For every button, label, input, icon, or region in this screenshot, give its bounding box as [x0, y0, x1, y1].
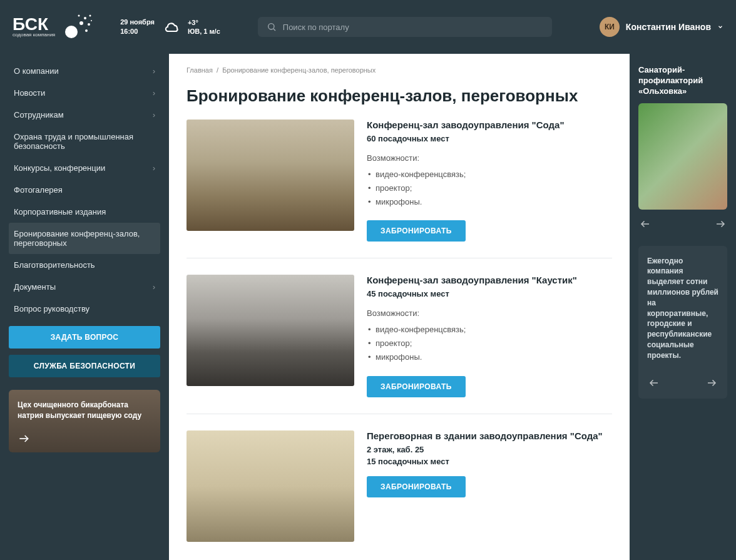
room-feature: видео-конференцсвязь; — [367, 168, 565, 181]
promo-text: Цех очищенного бикарбоната натрия выпуск… — [18, 400, 151, 421]
svg-point-5 — [78, 15, 80, 17]
sidebar: О компании›Новости›Сотрудникам›Охрана тр… — [0, 54, 169, 560]
svg-point-3 — [88, 23, 90, 26]
sidebar-item[interactable]: Благотворительность — [9, 254, 160, 276]
chevron-right-icon: › — [153, 164, 155, 173]
room-feature: проектор; — [367, 337, 577, 350]
svg-point-7 — [91, 20, 92, 21]
widget-sanatorium: Санаторий-профилакторий «Ольховка» — [638, 65, 727, 231]
sidebar-item[interactable]: Бронирование конференц-залов, переговорн… — [9, 223, 160, 254]
sidebar-item[interactable]: Корпоративные издания — [9, 201, 160, 223]
sidebar-item[interactable]: Конкурсы, конференции› — [9, 157, 160, 179]
security-service-button[interactable]: СЛУЖБА БЕЗОПАСНОСТИ — [9, 355, 160, 377]
main-content: Главная / Бронирование конференц-залов, … — [169, 54, 630, 560]
room-title: Конференц-зал заводоуправления "Сода" — [367, 120, 565, 130]
svg-point-4 — [85, 29, 88, 32]
date-time: 29 ноября 16:00 — [120, 18, 155, 37]
breadcrumb: Главная / Бронирование конференц-залов, … — [187, 66, 612, 74]
breadcrumb-home[interactable]: Главная — [187, 66, 213, 74]
room-capacity: 60 посадочных мест — [367, 134, 565, 143]
room-feature: микрофоны. — [367, 350, 577, 364]
logo[interactable]: БСК содовая компания — [13, 9, 95, 44]
widget-fact-text: Ежегодно компания выделяет сотни миллион… — [647, 256, 718, 361]
room-image[interactable] — [187, 120, 354, 231]
sidebar-item-label: Охрана труда и промышленная безопасность — [14, 132, 155, 151]
widget-image[interactable] — [638, 103, 727, 210]
svg-line-9 — [273, 29, 275, 31]
room-features-list: видео-конференцсвязь;проектор;микрофоны. — [367, 323, 577, 364]
sidebar-item-label: Новости — [14, 88, 153, 98]
search-bar[interactable] — [258, 17, 552, 37]
book-button[interactable]: ЗАБРОНИРОВАТЬ — [367, 220, 466, 242]
sidebar-item[interactable]: Документы› — [9, 276, 160, 298]
room-image[interactable] — [187, 275, 354, 386]
room-feature: проектор; — [367, 181, 565, 195]
sidebar-item[interactable]: Фотогалерея — [9, 179, 160, 201]
svg-point-0 — [65, 26, 78, 38]
room-title: Конференц-зал заводоуправления "Каустик" — [367, 275, 577, 285]
chevron-right-icon: › — [153, 111, 155, 120]
weather: +3° ЮВ, 1 м/с — [164, 18, 220, 36]
sidebar-item[interactable]: Охрана труда и промышленная безопасность — [9, 126, 160, 157]
sidebar-item-label: Бронирование конференц-залов, переговорн… — [14, 229, 155, 248]
carousel-next-button[interactable] — [713, 217, 727, 231]
carousel-prev-button[interactable] — [647, 376, 661, 390]
room-info: Конференц-зал заводоуправления "Сода"60 … — [367, 120, 565, 242]
sidebar-item-label: Конкурсы, конференции — [14, 163, 153, 173]
avatar: КИ — [600, 17, 620, 37]
room-image[interactable] — [187, 430, 354, 542]
room-feature: микрофоны. — [367, 195, 565, 209]
room-location: 2 этаж, каб. 25 — [367, 445, 603, 454]
svg-point-1 — [79, 21, 83, 25]
breadcrumb-current: Бронирование конференц-залов, переговорн… — [222, 66, 376, 74]
logo-text: БСК — [13, 16, 55, 32]
book-button[interactable]: ЗАБРОНИРОВАТЬ — [367, 476, 466, 497]
room-capacity: 45 посадочных мест — [367, 289, 577, 298]
room-card: Конференц-зал заводоуправления "Сода"60 … — [187, 120, 612, 258]
chevron-right-icon: › — [153, 89, 155, 98]
book-button[interactable]: ЗАБРОНИРОВАТЬ — [367, 376, 466, 397]
sidebar-item-label: Корпоративные издания — [14, 207, 155, 216]
sidebar-item-label: Сотрудникам — [14, 110, 153, 120]
promo-card[interactable]: Цех очищенного бикарбоната натрия выпуск… — [9, 390, 160, 452]
room-features-list: видео-конференцсвязь;проектор;микрофоны. — [367, 168, 565, 209]
room-card: Переговорная в здании заводоуправления "… — [187, 430, 612, 558]
user-name: Константин Иванов — [626, 22, 711, 32]
arrow-right-icon — [18, 432, 30, 445]
chevron-right-icon: › — [153, 283, 155, 292]
sidebar-item-label: Документы — [14, 282, 153, 292]
cloud-icon — [164, 18, 181, 36]
sidebar-item-label: Вопрос руководству — [14, 304, 155, 313]
top-header: БСК содовая компания 29 ноября 16:00 +3°… — [0, 0, 736, 54]
ask-question-button[interactable]: ЗАДАТЬ ВОПРОС — [9, 326, 160, 349]
widget-fact: Ежегодно компания выделяет сотни миллион… — [638, 246, 727, 399]
svg-point-2 — [84, 17, 86, 19]
sidebar-item[interactable]: Новости› — [9, 82, 160, 104]
user-menu[interactable]: КИ Константин Иванов — [600, 17, 723, 37]
search-icon — [267, 22, 277, 32]
logo-splash-icon — [60, 9, 95, 44]
search-input[interactable] — [283, 23, 543, 32]
logo-subtitle: содовая компания — [13, 32, 55, 38]
room-info: Конференц-зал заводоуправления "Каустик"… — [367, 275, 577, 397]
chevron-right-icon: › — [153, 67, 155, 76]
svg-point-6 — [89, 15, 91, 17]
sidebar-item-label: О компании — [14, 66, 153, 76]
room-card: Конференц-зал заводоуправления "Каустик"… — [187, 275, 612, 414]
right-rail: Санаторий-профилакторий «Ольховка» Ежего… — [630, 54, 736, 560]
room-title: Переговорная в здании заводоуправления "… — [367, 430, 603, 441]
sidebar-item-label: Благотворительность — [14, 260, 155, 270]
sidebar-item[interactable]: Вопрос руководству — [9, 298, 160, 320]
svg-point-8 — [268, 24, 273, 29]
sidebar-item-label: Фотогалерея — [14, 185, 155, 195]
carousel-prev-button[interactable] — [638, 217, 652, 231]
sidebar-item[interactable]: О компании› — [9, 60, 160, 82]
room-feature: видео-конференцсвязь; — [367, 323, 577, 337]
room-features-label: Возможности: — [367, 308, 577, 318]
sidebar-item[interactable]: Сотрудникам› — [9, 104, 160, 126]
carousel-next-button[interactable] — [705, 376, 718, 390]
page-title: Бронирование конференц-залов, переговорн… — [187, 86, 612, 106]
room-capacity: 15 посадочных мест — [367, 457, 603, 466]
chevron-down-icon — [717, 24, 723, 30]
widget-title: Санаторий-профилакторий «Ольховка» — [638, 65, 727, 97]
